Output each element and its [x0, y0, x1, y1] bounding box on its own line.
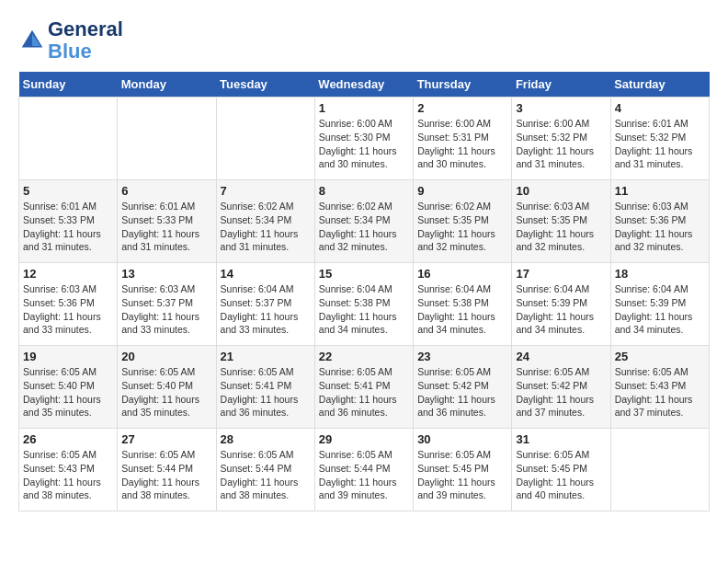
- calendar-cell: 5Sunrise: 6:01 AM Sunset: 5:33 PM Daylig…: [19, 180, 118, 263]
- page-header: GeneralBlue: [18, 18, 710, 63]
- day-number: 8: [319, 184, 409, 198]
- calendar-cell: 13Sunrise: 6:03 AM Sunset: 5:37 PM Dayli…: [118, 263, 216, 346]
- day-info: Sunrise: 6:05 AM Sunset: 5:44 PM Dayligh…: [319, 448, 409, 502]
- day-number: 31: [516, 432, 606, 446]
- day-number: 15: [319, 267, 409, 281]
- weekday-header-wednesday: Wednesday: [314, 72, 413, 98]
- day-info: Sunrise: 6:04 AM Sunset: 5:38 PM Dayligh…: [319, 282, 409, 337]
- day-number: 6: [121, 184, 211, 198]
- day-info: Sunrise: 6:01 AM Sunset: 5:33 PM Dayligh…: [23, 200, 113, 254]
- calendar-cell: 19Sunrise: 6:05 AM Sunset: 5:40 PM Dayli…: [19, 346, 118, 429]
- day-number: 29: [319, 432, 409, 446]
- day-number: 22: [319, 350, 409, 363]
- day-number: 26: [23, 432, 113, 446]
- day-info: Sunrise: 6:05 AM Sunset: 5:40 PM Dayligh…: [23, 365, 113, 419]
- day-number: 18: [615, 267, 705, 281]
- day-info: Sunrise: 6:01 AM Sunset: 5:33 PM Dayligh…: [121, 200, 211, 254]
- day-number: 2: [417, 101, 507, 115]
- day-info: Sunrise: 6:05 AM Sunset: 5:45 PM Dayligh…: [516, 448, 606, 502]
- day-info: Sunrise: 6:05 AM Sunset: 5:40 PM Dayligh…: [121, 365, 211, 419]
- calendar-cell: 23Sunrise: 6:05 AM Sunset: 5:42 PM Dayli…: [414, 346, 512, 429]
- weekday-header-friday: Friday: [512, 72, 610, 98]
- calendar-cell: 12Sunrise: 6:03 AM Sunset: 5:36 PM Dayli…: [19, 263, 118, 346]
- day-info: Sunrise: 6:03 AM Sunset: 5:36 PM Dayligh…: [23, 282, 113, 337]
- calendar-cell: 16Sunrise: 6:04 AM Sunset: 5:38 PM Dayli…: [414, 263, 512, 346]
- calendar-cell: [19, 98, 118, 180]
- day-number: 24: [516, 350, 606, 363]
- calendar-cell: 27Sunrise: 6:05 AM Sunset: 5:44 PM Dayli…: [118, 429, 216, 511]
- calendar-cell: 1Sunrise: 6:00 AM Sunset: 5:30 PM Daylig…: [314, 98, 413, 180]
- day-number: 19: [23, 350, 113, 363]
- day-info: Sunrise: 6:03 AM Sunset: 5:35 PM Dayligh…: [516, 200, 606, 254]
- day-number: 12: [23, 267, 113, 281]
- day-info: Sunrise: 6:05 AM Sunset: 5:45 PM Dayligh…: [417, 448, 507, 502]
- calendar-cell: 15Sunrise: 6:04 AM Sunset: 5:38 PM Dayli…: [314, 263, 413, 346]
- day-info: Sunrise: 6:05 AM Sunset: 5:42 PM Dayligh…: [516, 365, 606, 419]
- calendar-week-row: 26Sunrise: 6:05 AM Sunset: 5:43 PM Dayli…: [19, 429, 710, 511]
- calendar-cell: 7Sunrise: 6:02 AM Sunset: 5:34 PM Daylig…: [216, 180, 314, 263]
- weekday-header-row: SundayMondayTuesdayWednesdayThursdayFrid…: [19, 72, 710, 98]
- day-info: Sunrise: 6:04 AM Sunset: 5:38 PM Dayligh…: [417, 282, 507, 337]
- day-info: Sunrise: 6:00 AM Sunset: 5:31 PM Dayligh…: [417, 117, 507, 171]
- day-info: Sunrise: 6:02 AM Sunset: 5:34 PM Dayligh…: [319, 200, 409, 254]
- calendar-cell: 29Sunrise: 6:05 AM Sunset: 5:44 PM Dayli…: [314, 429, 413, 511]
- day-number: 9: [417, 184, 507, 198]
- day-number: 13: [121, 267, 211, 281]
- day-number: 7: [221, 184, 311, 198]
- day-info: Sunrise: 6:05 AM Sunset: 5:43 PM Dayligh…: [615, 365, 705, 419]
- logo: GeneralBlue: [18, 18, 123, 63]
- calendar-cell: 6Sunrise: 6:01 AM Sunset: 5:33 PM Daylig…: [118, 180, 216, 263]
- day-number: 11: [615, 184, 705, 198]
- calendar-cell: 20Sunrise: 6:05 AM Sunset: 5:40 PM Dayli…: [118, 346, 216, 429]
- calendar-table: SundayMondayTuesdayWednesdayThursdayFrid…: [18, 72, 710, 511]
- day-number: 14: [221, 267, 311, 281]
- calendar-cell: 10Sunrise: 6:03 AM Sunset: 5:35 PM Dayli…: [512, 180, 610, 263]
- calendar-week-row: 5Sunrise: 6:01 AM Sunset: 5:33 PM Daylig…: [19, 180, 710, 263]
- day-info: Sunrise: 6:05 AM Sunset: 5:42 PM Dayligh…: [417, 365, 507, 419]
- calendar-cell: 2Sunrise: 6:00 AM Sunset: 5:31 PM Daylig…: [414, 98, 512, 180]
- calendar-cell: 26Sunrise: 6:05 AM Sunset: 5:43 PM Dayli…: [19, 429, 118, 511]
- calendar-cell: 31Sunrise: 6:05 AM Sunset: 5:45 PM Dayli…: [512, 429, 610, 511]
- day-number: 20: [121, 350, 211, 363]
- day-info: Sunrise: 6:01 AM Sunset: 5:32 PM Dayligh…: [615, 117, 705, 171]
- day-number: 17: [516, 267, 606, 281]
- calendar-cell: 4Sunrise: 6:01 AM Sunset: 5:32 PM Daylig…: [610, 98, 709, 180]
- day-number: 1: [319, 101, 409, 115]
- calendar-cell: 25Sunrise: 6:05 AM Sunset: 5:43 PM Dayli…: [610, 346, 709, 429]
- day-info: Sunrise: 6:05 AM Sunset: 5:43 PM Dayligh…: [23, 448, 113, 502]
- day-number: 23: [417, 350, 507, 363]
- day-info: Sunrise: 6:05 AM Sunset: 5:41 PM Dayligh…: [319, 365, 409, 419]
- logo-text: GeneralBlue: [48, 18, 123, 63]
- day-info: Sunrise: 6:05 AM Sunset: 5:41 PM Dayligh…: [221, 365, 311, 419]
- calendar-cell: 17Sunrise: 6:04 AM Sunset: 5:39 PM Dayli…: [512, 263, 610, 346]
- day-info: Sunrise: 6:05 AM Sunset: 5:44 PM Dayligh…: [121, 448, 211, 502]
- calendar-cell: 9Sunrise: 6:02 AM Sunset: 5:35 PM Daylig…: [414, 180, 512, 263]
- weekday-header-saturday: Saturday: [610, 72, 709, 98]
- day-number: 3: [516, 101, 606, 115]
- day-info: Sunrise: 6:03 AM Sunset: 5:36 PM Dayligh…: [615, 200, 705, 254]
- day-number: 5: [23, 184, 113, 198]
- day-number: 25: [615, 350, 705, 363]
- day-info: Sunrise: 6:04 AM Sunset: 5:37 PM Dayligh…: [221, 282, 311, 337]
- weekday-header-monday: Monday: [118, 72, 216, 98]
- day-info: Sunrise: 6:00 AM Sunset: 5:30 PM Dayligh…: [319, 117, 409, 171]
- day-info: Sunrise: 6:04 AM Sunset: 5:39 PM Dayligh…: [615, 282, 705, 337]
- weekday-header-thursday: Thursday: [414, 72, 512, 98]
- day-number: 16: [417, 267, 507, 281]
- calendar-week-row: 19Sunrise: 6:05 AM Sunset: 5:40 PM Dayli…: [19, 346, 710, 429]
- day-number: 21: [221, 350, 311, 363]
- calendar-cell: 11Sunrise: 6:03 AM Sunset: 5:36 PM Dayli…: [610, 180, 709, 263]
- day-number: 27: [121, 432, 211, 446]
- day-number: 28: [221, 432, 311, 446]
- calendar-cell: [610, 429, 709, 511]
- calendar-cell: 8Sunrise: 6:02 AM Sunset: 5:34 PM Daylig…: [314, 180, 413, 263]
- day-info: Sunrise: 6:00 AM Sunset: 5:32 PM Dayligh…: [516, 117, 606, 171]
- calendar-cell: 21Sunrise: 6:05 AM Sunset: 5:41 PM Dayli…: [216, 346, 314, 429]
- calendar-cell: 30Sunrise: 6:05 AM Sunset: 5:45 PM Dayli…: [414, 429, 512, 511]
- calendar-cell: 3Sunrise: 6:00 AM Sunset: 5:32 PM Daylig…: [512, 98, 610, 180]
- weekday-header-tuesday: Tuesday: [216, 72, 314, 98]
- calendar-week-row: 1Sunrise: 6:00 AM Sunset: 5:30 PM Daylig…: [19, 98, 710, 180]
- day-info: Sunrise: 6:03 AM Sunset: 5:37 PM Dayligh…: [121, 282, 211, 337]
- calendar-cell: 22Sunrise: 6:05 AM Sunset: 5:41 PM Dayli…: [314, 346, 413, 429]
- day-number: 10: [516, 184, 606, 198]
